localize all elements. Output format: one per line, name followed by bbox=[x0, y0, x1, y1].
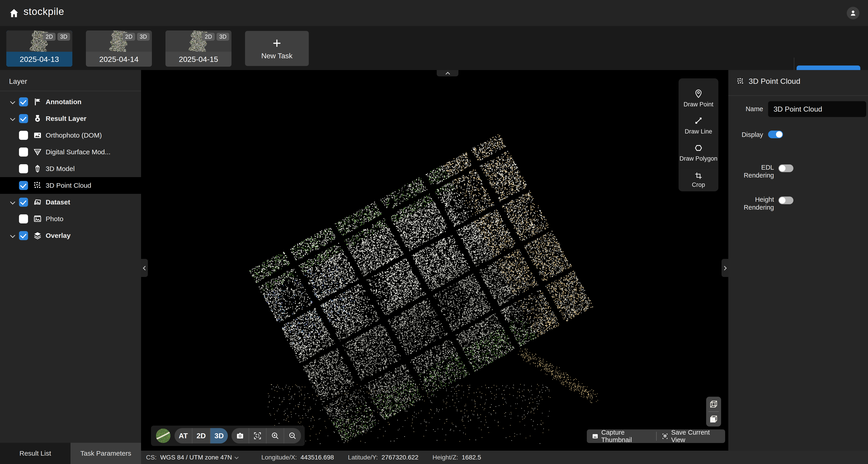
longitude-label: Longitude/X: bbox=[261, 454, 297, 461]
badge-3d: 3D bbox=[137, 33, 150, 41]
layer-row-overlay[interactable]: Overlay bbox=[0, 227, 141, 244]
layer-row-3d-point-cloud[interactable]: 3D Point Cloud bbox=[0, 177, 141, 194]
mode-at-button[interactable]: AT bbox=[175, 428, 192, 443]
name-input[interactable] bbox=[768, 101, 866, 117]
cs-value: WGS 84 / UTM zone 47N bbox=[160, 454, 232, 461]
collapse-sidebar-handle[interactable] bbox=[141, 259, 148, 277]
new-task-button[interactable]: + New Task bbox=[245, 31, 309, 66]
task-card-2025-04-14[interactable]: 2D3D 2025-04-14 bbox=[86, 31, 152, 67]
layer-panel-title: Layer bbox=[9, 77, 27, 86]
top-header: stockpile bbox=[0, 0, 868, 26]
layer-row-orthophoto[interactable]: Orthophoto (DOM) bbox=[0, 127, 141, 144]
photo-icon bbox=[33, 214, 42, 224]
3d-viewport[interactable] bbox=[141, 70, 728, 451]
fit-extent-button[interactable] bbox=[249, 428, 267, 443]
save-current-view-button[interactable]: Save Current View bbox=[657, 429, 725, 443]
checkbox[interactable] bbox=[19, 131, 28, 140]
checkbox[interactable] bbox=[19, 231, 28, 240]
collapse-taskbar-handle[interactable] bbox=[437, 70, 458, 76]
task-date: 2025-04-14 bbox=[86, 52, 152, 67]
layer-row-annotation[interactable]: Annotation bbox=[0, 94, 141, 110]
user-avatar[interactable] bbox=[847, 7, 860, 20]
capture-thumbnail-button[interactable]: Capture Thumbnail bbox=[587, 429, 656, 443]
draw-polygon-button[interactable]: Draw Polygon bbox=[679, 139, 718, 166]
layer-row-photo[interactable]: Photo bbox=[0, 210, 141, 227]
latitude-value: 2767320.622 bbox=[381, 454, 418, 461]
display-toggle[interactable] bbox=[768, 131, 783, 138]
line-segment-icon bbox=[693, 116, 704, 126]
badge-3d: 3D bbox=[57, 33, 70, 41]
badge-2d: 2D bbox=[202, 33, 215, 41]
zoom-out-icon bbox=[288, 431, 297, 440]
chevron-left-icon bbox=[143, 266, 146, 269]
layers-icon bbox=[33, 231, 42, 240]
mode-3d-button[interactable]: 3D bbox=[211, 428, 228, 443]
minimap-thumbnail[interactable] bbox=[156, 429, 170, 443]
tab-result-list[interactable]: Result List bbox=[0, 443, 70, 464]
collapse-inspector-handle[interactable] bbox=[721, 259, 728, 277]
point-cloud-icon bbox=[737, 77, 745, 86]
edl-rendering-toggle[interactable] bbox=[778, 164, 794, 172]
plus-icon: + bbox=[273, 37, 281, 49]
screenshot-button[interactable] bbox=[231, 428, 249, 443]
layer-row-dsm[interactable]: Digital Surface Mod... bbox=[0, 144, 141, 160]
layer-row-result-layer[interactable]: Result Layer bbox=[0, 110, 141, 127]
task-date: 2025-04-15 bbox=[165, 52, 231, 67]
chevron-down-icon[interactable] bbox=[10, 116, 16, 121]
task-date: 2025-04-13 bbox=[6, 52, 72, 67]
fullscreen-icon bbox=[253, 431, 262, 440]
orthographic-cube-button[interactable] bbox=[706, 412, 721, 426]
point-cloud-icon bbox=[33, 180, 42, 191]
flag-icon bbox=[33, 97, 42, 107]
crop-icon bbox=[694, 171, 703, 180]
draw-line-button[interactable]: Draw Line bbox=[679, 112, 718, 139]
height-rendering-toggle[interactable] bbox=[778, 197, 794, 204]
crop-button[interactable]: Crop bbox=[679, 169, 718, 191]
hexagon-icon bbox=[693, 143, 704, 153]
perspective-cube-button[interactable] bbox=[706, 397, 721, 411]
image-icon bbox=[33, 130, 42, 140]
map-pin-icon bbox=[693, 89, 704, 99]
edl-rendering-label: EDL Rendering bbox=[733, 164, 774, 179]
view-actions: Capture Thumbnail Save Current View bbox=[587, 429, 725, 443]
latitude-label: Latitude/Y: bbox=[348, 454, 378, 461]
checkbox[interactable] bbox=[19, 164, 28, 173]
badge-2d: 2D bbox=[43, 33, 56, 41]
draw-point-button[interactable]: Draw Point bbox=[679, 85, 718, 112]
inspector-panel: 3D Point Cloud Name Display EDL Renderin… bbox=[728, 70, 868, 451]
checkbox[interactable] bbox=[19, 97, 28, 106]
chevron-down-icon[interactable] bbox=[10, 233, 16, 238]
cs-label: CS: bbox=[146, 454, 157, 461]
zoom-out-button[interactable] bbox=[284, 428, 301, 443]
tab-task-parameters[interactable]: Task Parameters bbox=[70, 443, 141, 464]
chevron-down-icon[interactable] bbox=[10, 99, 16, 104]
task-card-2025-04-15[interactable]: 2D3D 2025-04-15 bbox=[165, 31, 231, 67]
zoom-in-button[interactable] bbox=[267, 428, 284, 443]
chevron-down-icon[interactable] bbox=[10, 200, 16, 205]
checkbox[interactable] bbox=[19, 214, 28, 224]
divider bbox=[0, 91, 141, 91]
mode-2d-button[interactable]: 2D bbox=[192, 428, 210, 443]
checkbox[interactable] bbox=[19, 114, 28, 123]
3d-model-icon bbox=[33, 164, 42, 174]
viewport-tool-group bbox=[231, 428, 301, 443]
coordinate-system-dropdown[interactable]: CS: WGS 84 / UTM zone 47N bbox=[141, 454, 239, 461]
layer-row-3d-model[interactable]: 3D Model bbox=[0, 160, 141, 177]
point-cloud-canvas[interactable] bbox=[141, 70, 728, 451]
chevron-down-icon bbox=[235, 456, 239, 459]
dsm-icon bbox=[33, 147, 42, 157]
inspector-title: 3D Point Cloud bbox=[749, 77, 800, 86]
task-card-2025-04-13[interactable]: 2D3D 2025-04-13 bbox=[6, 31, 72, 67]
photos-icon bbox=[33, 197, 42, 207]
checkbox[interactable] bbox=[19, 198, 28, 207]
checkbox[interactable] bbox=[19, 181, 28, 190]
height-rendering-label: Height Rendering bbox=[733, 196, 774, 211]
image-icon bbox=[592, 433, 598, 440]
layer-row-dataset[interactable]: Dataset bbox=[0, 194, 141, 210]
home-icon[interactable] bbox=[8, 8, 20, 19]
badge-2d: 2D bbox=[123, 33, 135, 41]
viewport-toolbar: AT 2D 3D bbox=[151, 426, 305, 446]
chevron-up-icon bbox=[446, 72, 449, 75]
checkbox[interactable] bbox=[19, 147, 28, 157]
view-cube-panel bbox=[706, 397, 721, 427]
